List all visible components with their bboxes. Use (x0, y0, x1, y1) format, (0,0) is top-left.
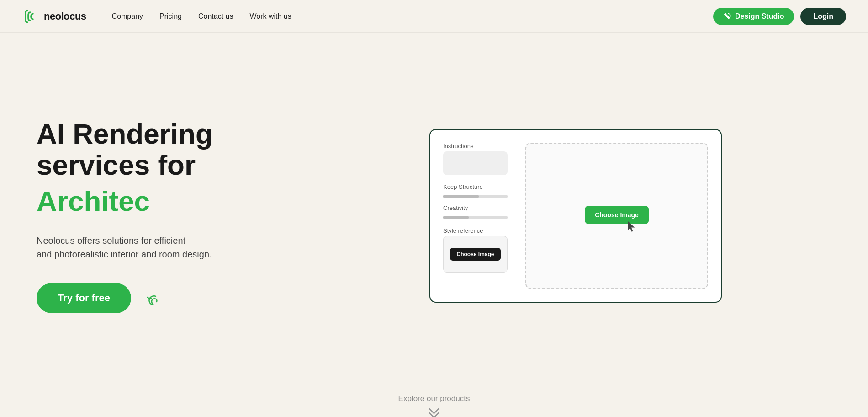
studio-right-panel: Choose Image (525, 143, 708, 289)
design-studio-button[interactable]: Design Studio (713, 8, 794, 25)
hero-content: AI Rendering services for Architec Neolo… (37, 118, 292, 313)
nav-company[interactable]: Company (105, 9, 150, 24)
style-reference-section: Style reference Choose Image (443, 227, 508, 273)
creativity-label: Creativity (443, 204, 508, 211)
creativity-row: Creativity (443, 204, 508, 219)
neolocus-logo-icon (22, 8, 39, 25)
keep-structure-track[interactable] (443, 195, 508, 198)
keep-structure-fill (443, 195, 479, 198)
studio-left-panel: Instructions Keep Structure Creativity (443, 143, 516, 289)
try-for-free-button[interactable]: Try for free (37, 283, 131, 313)
sliders-group: Keep Structure Creativity (443, 183, 508, 219)
explore-text: Explore our products (398, 394, 470, 403)
instructions-label: Instructions (443, 143, 508, 150)
nav-actions: Design Studio Login (713, 8, 846, 25)
studio-mockup-area: Instructions Keep Structure Creativity (320, 129, 831, 303)
logo-text: neolocus (44, 11, 86, 22)
hero-cta-row: Try for free (37, 283, 292, 313)
keep-structure-row: Keep Structure (443, 183, 508, 198)
creativity-track[interactable] (443, 216, 508, 219)
hero-heading-line1: AI Rendering services for (37, 118, 292, 181)
hero-sub-line1: Neolocus offers solutions for efficient (37, 235, 185, 246)
hero-sub-line2: and photorealistic interior and room des… (37, 249, 212, 259)
image-drop-area[interactable]: Choose Image (525, 143, 708, 289)
arrow-icon (140, 288, 160, 308)
style-reference-label: Style reference (443, 227, 508, 234)
choose-image-large-button[interactable]: Choose Image (585, 206, 649, 224)
hero-heading-line2: Architec (37, 185, 292, 217)
instructions-textbox (443, 151, 508, 175)
studio-card: Instructions Keep Structure Creativity (429, 129, 722, 303)
hero-section: AI Rendering services for Architec Neolo… (0, 33, 868, 390)
instructions-section: Instructions (443, 143, 508, 175)
logo-link[interactable]: neolocus (22, 8, 86, 25)
nav-contact[interactable]: Contact us (191, 9, 240, 24)
nav-work[interactable]: Work with us (242, 9, 298, 24)
explore-section: Explore our products (0, 390, 868, 417)
keep-structure-label: Keep Structure (443, 183, 508, 190)
wand-icon (723, 12, 731, 21)
navbar: neolocus Company Pricing Contact us Work… (0, 0, 868, 33)
nav-pricing[interactable]: Pricing (152, 9, 189, 24)
cursor-icon (626, 220, 639, 233)
chevron-down-double-icon (427, 407, 441, 417)
style-reference-box: Choose Image (443, 236, 508, 273)
creativity-fill (443, 216, 469, 219)
hero-subtext: Neolocus offers solutions for efficient … (37, 234, 247, 261)
login-button[interactable]: Login (800, 8, 846, 25)
design-studio-label: Design Studio (735, 12, 784, 21)
choose-image-small-button[interactable]: Choose Image (450, 248, 500, 261)
nav-links: Company Pricing Contact us Work with us (105, 9, 713, 24)
